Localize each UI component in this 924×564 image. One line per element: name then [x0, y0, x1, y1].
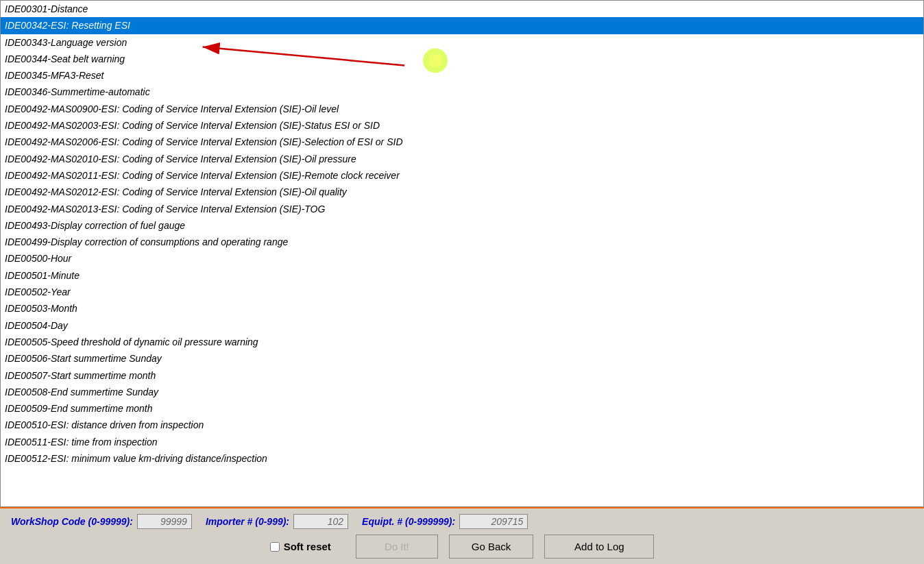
main-container: IDE00301-DistanceIDE00342-ESI: Resetting… [0, 0, 924, 564]
do-it-button[interactable]: Do It! [356, 535, 438, 559]
list-item[interactable]: IDE00509-End summertime month [1, 400, 923, 417]
equipt-group: Equipt. # (0-999999): [362, 514, 528, 529]
list-item[interactable]: IDE00512-ESI: minimum value km-driving d… [1, 450, 923, 467]
equipt-label: Equipt. # (0-999999): [362, 516, 455, 527]
list-item[interactable]: IDE00508-End summertime Sunday [1, 384, 923, 400]
list-item[interactable]: IDE00492-MAS02012-ESI: Coding of Service… [1, 184, 923, 200]
importer-group: Importer # (0-999): [206, 514, 348, 529]
list-item[interactable]: IDE00345-MFA3-Reset [1, 67, 923, 84]
soft-reset-group: Soft reset [270, 541, 331, 552]
list-item[interactable]: IDE00344-Seat belt warning [1, 51, 923, 67]
list-container: IDE00301-DistanceIDE00342-ESI: Resetting… [0, 0, 924, 507]
workshop-code-input[interactable] [137, 514, 192, 529]
list-item[interactable]: IDE00504-Day [1, 317, 923, 334]
soft-reset-checkbox[interactable] [270, 542, 280, 552]
list-item[interactable]: IDE00505-Speed threshold of dynamic oil … [1, 334, 923, 350]
list-item[interactable]: IDE00492-MAS02011-ESI: Coding of Service… [1, 167, 923, 184]
list-item[interactable]: IDE00511-ESI: time from inspection [1, 434, 923, 450]
list-item[interactable]: IDE00492-MAS02006-ESI: Coding of Service… [1, 134, 923, 150]
list-item[interactable]: IDE00346-Summertime-automatic [1, 84, 923, 100]
workshop-code-group: WorkShop Code (0-99999): [11, 514, 192, 529]
list-item[interactable]: IDE00342-ESI: Resetting ESI [1, 17, 923, 34]
list-item[interactable]: IDE00301-Distance [1, 1, 923, 17]
soft-reset-label[interactable]: Soft reset [284, 541, 331, 552]
importer-input[interactable] [293, 514, 348, 529]
list-item[interactable]: IDE00499-Display correction of consumpti… [1, 234, 923, 250]
fields-row: WorkShop Code (0-99999): Importer # (0-9… [11, 514, 913, 529]
list-item[interactable]: IDE00503-Month [1, 300, 923, 317]
list-item[interactable]: IDE00343-Language version [1, 34, 923, 51]
list-item[interactable]: IDE00502-Year [1, 284, 923, 300]
list-item[interactable]: IDE00492-MAS02013-ESI: Coding of Service… [1, 201, 923, 217]
equipt-input[interactable] [459, 514, 528, 529]
list-item[interactable]: IDE00501-Minute [1, 267, 923, 284]
importer-label: Importer # (0-999): [206, 516, 289, 527]
go-back-button[interactable]: Go Back [449, 535, 534, 559]
workshop-code-label: WorkShop Code (0-99999): [11, 516, 133, 527]
bottom-panel: WorkShop Code (0-99999): Importer # (0-9… [0, 507, 924, 564]
add-to-log-button[interactable]: Add to Log [544, 535, 654, 559]
list-item[interactable]: IDE00492-MAS02003-ESI: Coding of Service… [1, 117, 923, 134]
list-item[interactable]: IDE00492-MAS02010-ESI: Coding of Service… [1, 151, 923, 167]
list-scroll[interactable]: IDE00301-DistanceIDE00342-ESI: Resetting… [1, 1, 923, 506]
list-item[interactable]: IDE00507-Start summertime month [1, 367, 923, 384]
list-item[interactable]: IDE00492-MAS00900-ESI: Coding of Service… [1, 101, 923, 117]
list-item[interactable]: IDE00500-Hour [1, 250, 923, 267]
list-item[interactable]: IDE00506-Start summertime Sunday [1, 350, 923, 367]
list-item[interactable]: IDE00493-Display correction of fuel gaug… [1, 217, 923, 234]
buttons-row: Soft reset Do It! Go Back Add to Log [11, 535, 913, 559]
list-item[interactable]: IDE00510-ESI: distance driven from inspe… [1, 417, 923, 433]
